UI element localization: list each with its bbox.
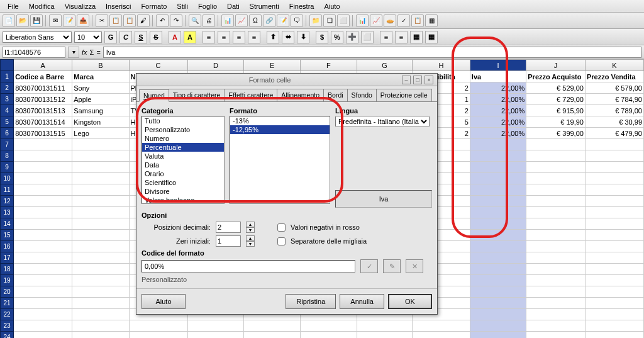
row-header-14[interactable]: 14 — [1, 218, 14, 230]
codice-formato-input[interactable] — [142, 260, 355, 273]
categoria-item[interactable]: Divisore — [142, 187, 224, 196]
cell[interactable] — [72, 150, 129, 162]
col-header-C[interactable]: C — [129, 60, 187, 71]
row-header-9[interactable]: 9 — [1, 162, 14, 173]
cell[interactable]: 8030700131514 — [14, 116, 72, 128]
cell[interactable] — [526, 162, 586, 173]
cell[interactable] — [72, 139, 129, 150]
note-icon[interactable]: 📝 — [277, 14, 289, 27]
cell[interactable] — [14, 162, 72, 173]
cell[interactable] — [14, 218, 72, 230]
percent-button[interactable]: % — [331, 31, 343, 43]
cell[interactable] — [129, 332, 187, 339]
deldec-button[interactable]: ⬜ — [361, 31, 374, 43]
cell[interactable] — [526, 309, 586, 320]
minimize-icon[interactable]: – — [402, 76, 411, 84]
cell[interactable] — [129, 320, 187, 332]
valign-mid-button[interactable]: ⬌ — [282, 31, 294, 43]
split-icon[interactable]: ⬜ — [337, 14, 350, 27]
formato-item[interactable]: -12,95% — [230, 125, 330, 134]
cell[interactable] — [72, 252, 129, 264]
row-header-2[interactable]: 2 — [1, 82, 14, 94]
cell[interactable] — [526, 139, 586, 150]
row-header-8[interactable]: 8 — [1, 150, 14, 162]
cell[interactable] — [470, 184, 526, 196]
cell[interactable] — [14, 286, 72, 298]
cell[interactable] — [14, 184, 72, 196]
open-icon[interactable]: 📂 — [16, 14, 29, 27]
cell[interactable]: Sony — [72, 82, 129, 94]
categoria-listbox[interactable]: TuttoPersonalizzatoNumeroPercentualeValu… — [142, 116, 225, 204]
strike-button[interactable]: S — [150, 31, 162, 43]
table-header-cell[interactable]: Marca — [72, 71, 129, 82]
lingua-select[interactable]: Predefinita - Italiano (Italia) — [335, 116, 430, 127]
cell[interactable] — [14, 309, 72, 320]
grid-icon[interactable]: ▦ — [425, 14, 438, 27]
thou-sep-checkbox[interactable] — [277, 237, 286, 245]
indent-inc-button[interactable]: ≡ — [395, 31, 408, 43]
row-header-20[interactable]: 20 — [1, 286, 14, 298]
cell[interactable] — [585, 230, 643, 241]
cell[interactable] — [470, 207, 526, 218]
align-left-button[interactable]: ≡ — [203, 31, 215, 43]
table-header-cell[interactable]: Prezzo Vendita — [585, 71, 643, 82]
bgcolor-button[interactable]: ▦ — [425, 31, 438, 43]
cell[interactable] — [585, 150, 643, 162]
cell[interactable] — [72, 207, 129, 218]
table-header-cell[interactable]: Codice a Barre — [14, 71, 72, 82]
cell[interactable] — [244, 320, 300, 332]
col-header-E[interactable]: E — [244, 60, 300, 71]
cell[interactable] — [526, 320, 586, 332]
cell[interactable]: € 19,90 — [526, 116, 586, 128]
cut-icon[interactable]: ✂ — [96, 14, 108, 27]
comment-icon[interactable]: 🗨 — [291, 14, 303, 27]
categoria-item[interactable]: Scientifico — [142, 178, 224, 187]
fontcolor-button[interactable]: A — [169, 31, 181, 43]
col-header-B[interactable]: B — [72, 60, 129, 71]
redo-icon[interactable]: ↷ — [170, 14, 182, 27]
col-header-I[interactable]: I — [470, 60, 526, 71]
cell[interactable] — [585, 196, 643, 207]
cell[interactable] — [14, 252, 72, 264]
cell[interactable]: 8030700131511 — [14, 82, 72, 94]
table-header-cell[interactable]: Iva — [470, 71, 526, 82]
tab-sfondo[interactable]: Sfondo — [347, 89, 377, 101]
cell[interactable] — [585, 184, 643, 196]
cell[interactable]: 8030700131513 — [14, 105, 72, 116]
cell[interactable] — [72, 218, 129, 230]
row-header-5[interactable]: 5 — [1, 116, 14, 128]
valign-bot-button[interactable]: ⬇ — [297, 31, 309, 43]
row-header-13[interactable]: 13 — [1, 207, 14, 218]
chart2-icon[interactable]: 📈 — [370, 14, 382, 27]
cell[interactable] — [14, 196, 72, 207]
formato-listbox[interactable]: -13%-12,95% — [230, 116, 330, 204]
col-header-J[interactable]: J — [526, 60, 586, 71]
cell[interactable] — [470, 309, 526, 320]
dialog-titlebar[interactable]: Formato celle – □ × — [136, 74, 437, 86]
cell[interactable]: Lego — [72, 128, 129, 139]
align-center-button[interactable]: ≡ — [218, 31, 230, 43]
cell[interactable] — [470, 139, 526, 150]
row-header-21[interactable]: 21 — [1, 298, 14, 309]
ok-button[interactable]: OK — [388, 294, 432, 309]
row-header-4[interactable]: 4 — [1, 105, 14, 116]
categoria-item[interactable]: Numero — [142, 134, 224, 143]
formato-item[interactable]: -13% — [230, 116, 330, 125]
neg-red-checkbox[interactable] — [277, 223, 286, 232]
cell[interactable]: € 729,00 — [526, 94, 586, 105]
menu-modifica[interactable]: Modifica — [24, 1, 60, 11]
cell[interactable] — [470, 286, 526, 298]
col-header-F[interactable]: F — [300, 60, 357, 71]
cell[interactable] — [14, 230, 72, 241]
row-header-15[interactable]: 15 — [1, 230, 14, 241]
cell[interactable] — [470, 230, 526, 241]
chart-icon[interactable]: 📊 — [356, 14, 369, 27]
cell[interactable] — [526, 264, 586, 275]
cell[interactable]: Kingston — [72, 116, 129, 128]
close-icon[interactable]: × — [425, 76, 433, 84]
cell[interactable] — [526, 298, 586, 309]
cell[interactable]: € 479,90 — [585, 128, 643, 139]
cell[interactable] — [14, 139, 72, 150]
col-header-K[interactable]: K — [585, 60, 643, 71]
cell[interactable]: € 915,90 — [526, 105, 586, 116]
